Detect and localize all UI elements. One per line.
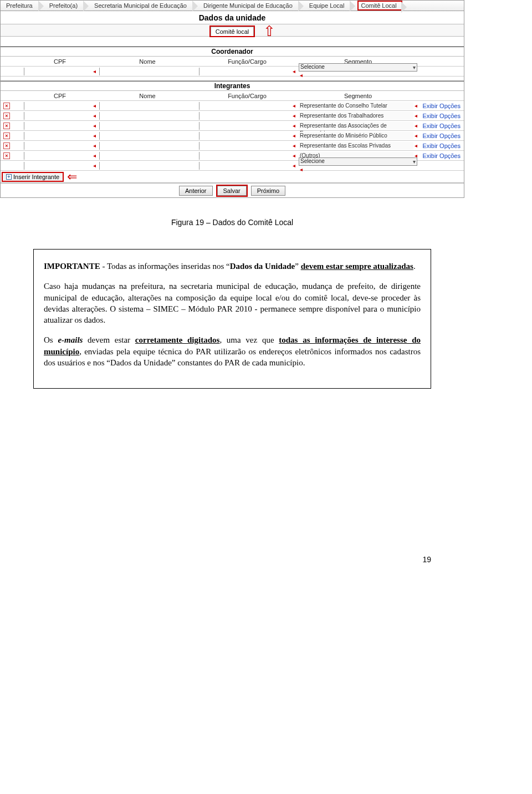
new-cpf-input[interactable] — [24, 162, 92, 170]
note-paragraph-2: Caso haja mudanças na prefeitura, na sec… — [44, 281, 421, 325]
header-cpf: CPF — [13, 58, 96, 65]
cpf-input[interactable] — [24, 102, 92, 110]
header-nome: Nome — [96, 93, 196, 99]
figure-caption: Figura 19 – Dados do Comitê Local — [33, 218, 431, 227]
required-icon: ◂ — [293, 102, 295, 110]
highlight-arrow-left-icon: ⇐ — [67, 173, 77, 181]
breadcrumb-equipe-local[interactable]: Equipe Local — [306, 1, 350, 11]
header-segmento: Segmento — [295, 93, 417, 99]
segmento-value: Representante do Minisério Público — [299, 132, 413, 140]
salvar-button[interactable]: Salvar — [217, 186, 247, 196]
header-funcao: Função/Cargo — [196, 58, 295, 65]
header-cpf: CPF — [13, 93, 96, 99]
required-icon: ◂ — [293, 68, 295, 75]
segmento-value: Representante dos Trabalhadores — [299, 112, 413, 120]
nome-input[interactable] — [99, 152, 196, 160]
integrante-row: ×◂◂Representante do Conselho Tutelar◂Exi… — [1, 101, 464, 111]
breadcrumb-dirigente[interactable]: Dirigente Municipal de Educação — [200, 1, 298, 11]
required-icon: ◂ — [93, 102, 96, 110]
required-icon: ◂ — [93, 68, 96, 75]
required-icon: ◂ — [293, 142, 295, 150]
exibir-opcoes-link[interactable]: Exibir Opções — [423, 142, 461, 149]
nav-button-row: Anterior Salvar Próximo — [1, 183, 464, 197]
page-title: Dados da unidade — [1, 11, 464, 24]
required-icon: ◂ — [93, 132, 96, 140]
coord-cpf-input[interactable] — [24, 68, 92, 75]
simec-form-screenshot: Prefeitura Prefeito(a) Secretaria Munici… — [0, 0, 464, 198]
proximo-button[interactable]: Próximo — [251, 186, 285, 196]
exibir-opcoes-link[interactable]: Exibir Opções — [423, 103, 461, 109]
required-icon: ◂ — [293, 152, 295, 160]
required-icon: ◂ — [93, 122, 96, 130]
required-icon: ◂ — [93, 162, 96, 170]
new-segmento-select[interactable]: Selecione — [299, 157, 417, 166]
header-funcao: Função/Cargo — [196, 93, 295, 99]
highlight-arrow-up-icon: ⇧ — [263, 27, 275, 35]
coord-funcao-input[interactable] — [199, 68, 291, 75]
important-note-box: IMPORTANTE - Todas as informações inseri… — [33, 249, 431, 389]
insert-integrante-button[interactable]: + Inserir Integrante — [2, 172, 64, 182]
funcao-input[interactable] — [199, 112, 291, 120]
integrante-row: ×◂◂Representante dos Trabalhadores◂Exibi… — [1, 111, 464, 121]
exibir-opcoes-link[interactable]: Exibir Opções — [423, 133, 461, 139]
new-nome-input[interactable] — [99, 162, 196, 170]
plus-icon: + — [6, 174, 12, 180]
exibir-opcoes-link[interactable]: Exibir Opções — [423, 113, 461, 119]
segmento-value: Representante das Escolas Privadas — [299, 142, 413, 150]
delete-row-icon[interactable]: × — [3, 113, 10, 119]
delete-row-icon[interactable]: × — [3, 142, 10, 149]
integrante-row: ×◂◂Representante das Escolas Privadas◂Ex… — [1, 141, 464, 151]
subtab-comite-local[interactable]: Comitê local ⇧ — [211, 27, 254, 36]
cpf-input[interactable] — [24, 112, 92, 120]
header-nome: Nome — [96, 58, 196, 65]
integrante-new-row: ◂ ◂ Selecione◂ — [1, 161, 464, 171]
delete-row-icon[interactable]: × — [3, 123, 10, 129]
breadcrumb-tabs: Prefeitura Prefeito(a) Secretaria Munici… — [1, 0, 464, 11]
breadcrumb-secretaria[interactable]: Secretaria Municipal de Educação — [91, 1, 192, 11]
nome-input[interactable] — [99, 112, 196, 120]
nome-input[interactable] — [99, 132, 196, 140]
delete-row-icon[interactable]: × — [3, 133, 10, 139]
cpf-input[interactable] — [24, 142, 92, 150]
required-icon: ◂ — [293, 162, 295, 170]
breadcrumb-prefeitura[interactable]: Prefeitura — [3, 1, 38, 11]
nome-input[interactable] — [99, 142, 196, 150]
note-paragraph-1: IMPORTANTE - Todas as informações inseri… — [44, 261, 421, 272]
funcao-input[interactable] — [199, 132, 291, 140]
required-icon: ◂ — [93, 112, 96, 120]
anterior-button[interactable]: Anterior — [179, 186, 213, 196]
subtab-row: Comitê local ⇧ — [1, 24, 464, 37]
document-body: Figura 19 – Dados do Comitê Local IMPORT… — [0, 198, 464, 389]
cpf-input[interactable] — [24, 132, 92, 140]
nome-input[interactable] — [99, 122, 196, 130]
funcao-input[interactable] — [199, 152, 291, 160]
coordenador-section-title: Coordenador — [1, 47, 464, 57]
cpf-input[interactable] — [24, 122, 92, 130]
integrante-row: ×◂◂Representante do Minisério Público◂Ex… — [1, 131, 464, 141]
exibir-opcoes-link[interactable]: Exibir Opções — [423, 152, 461, 159]
new-funcao-input[interactable] — [199, 162, 291, 170]
coord-segmento-select[interactable]: Selecione — [299, 63, 417, 72]
funcao-input[interactable] — [199, 142, 291, 150]
integrantes-headers: CPF Nome Função/Cargo Segmento — [1, 91, 464, 101]
funcao-input[interactable] — [199, 122, 291, 130]
breadcrumb-comite-local[interactable]: Comitê Local — [357, 1, 402, 11]
page-number: 19 — [0, 389, 464, 575]
exibir-opcoes-link[interactable]: Exibir Opções — [423, 123, 461, 129]
coord-nome-input[interactable] — [99, 68, 196, 75]
coordenador-row: ◂ ◂ Selecione◂ — [1, 67, 464, 77]
breadcrumb-prefeito[interactable]: Prefeito(a) — [46, 1, 83, 11]
cpf-input[interactable] — [24, 152, 92, 160]
integrante-row: ×◂◂Representante das Associações de Empr… — [1, 121, 464, 131]
integrantes-section-title: Integrantes — [1, 81, 464, 91]
required-icon: ◂ — [293, 112, 295, 120]
required-icon: ◂ — [93, 152, 96, 160]
nome-input[interactable] — [99, 102, 196, 110]
funcao-input[interactable] — [199, 102, 291, 110]
required-icon: ◂ — [93, 142, 96, 150]
segmento-value: Representante do Conselho Tutelar — [299, 102, 413, 110]
delete-row-icon[interactable]: × — [3, 103, 10, 109]
segmento-value: Representante das Associações de Empresá… — [299, 122, 413, 130]
required-icon: ◂ — [300, 166, 303, 172]
delete-row-icon[interactable]: × — [3, 152, 10, 159]
